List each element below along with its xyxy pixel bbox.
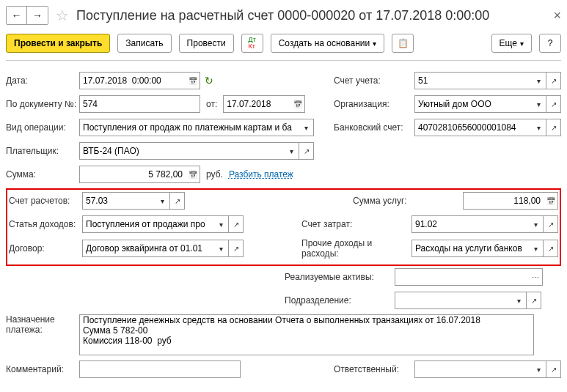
optype-label: Вид операции:	[6, 122, 79, 133]
other-open-icon[interactable]	[544, 240, 558, 257]
split-payment-link[interactable]: Разбить платеж	[229, 169, 293, 180]
dept-label: Подразделение:	[285, 295, 395, 306]
responsible-input[interactable]	[414, 360, 532, 378]
amount-calc-icon[interactable]	[186, 166, 200, 183]
payer-drop-icon[interactable]	[285, 142, 299, 160]
bankacc-input[interactable]	[414, 119, 532, 136]
responsible-drop-icon[interactable]	[532, 360, 546, 378]
back-button[interactable]: ←	[7, 7, 27, 24]
dtkt-icon: ДтКт	[249, 37, 256, 50]
incomeart-label: Статья доходов:	[9, 219, 82, 229]
refresh-icon[interactable]: ↻	[205, 75, 213, 86]
calcacct-open-icon[interactable]	[170, 192, 185, 210]
servamount-input[interactable]	[463, 192, 544, 210]
help-button[interactable]: ?	[539, 34, 561, 53]
incomeart-drop-icon[interactable]	[214, 215, 229, 233]
write-button[interactable]: Записать	[117, 34, 171, 53]
calcacct-input[interactable]	[82, 192, 156, 210]
docdate-input[interactable]	[223, 95, 290, 113]
purpose-input[interactable]	[79, 314, 534, 355]
contract-drop-icon[interactable]	[214, 240, 229, 257]
favorite-icon[interactable]: ☆	[56, 7, 69, 24]
account-drop-icon[interactable]	[532, 72, 546, 89]
org-open-icon[interactable]	[546, 95, 561, 113]
org-drop-icon[interactable]	[532, 95, 546, 113]
org-input[interactable]	[414, 95, 532, 113]
calcacct-label: Счет расчетов:	[9, 196, 82, 206]
optype-drop-icon[interactable]	[299, 119, 314, 136]
bankacc-open-icon[interactable]	[546, 119, 561, 136]
comment-label: Комментарий:	[6, 364, 79, 374]
docdate-calendar-icon[interactable]	[290, 95, 305, 113]
rub-label: руб.	[206, 169, 223, 180]
responsible-open-icon[interactable]	[546, 360, 561, 378]
incomeart-open-icon[interactable]	[229, 215, 244, 233]
assets-label: Реализуемые активы:	[285, 272, 395, 282]
org-label: Организация:	[334, 99, 414, 109]
amount-input[interactable]	[79, 166, 186, 183]
other-label: Прочие доходы и расходы:	[301, 238, 411, 259]
print-button[interactable]: 📋	[392, 34, 414, 53]
contract-label: Договор:	[9, 243, 82, 254]
costacct-open-icon[interactable]	[544, 215, 558, 233]
incomeart-input[interactable]	[82, 215, 214, 233]
contract-input[interactable]	[82, 240, 214, 257]
from-label: от:	[206, 99, 217, 109]
bankacc-drop-icon[interactable]	[532, 119, 546, 136]
docnum-input[interactable]	[79, 95, 200, 113]
account-label: Счет учета:	[334, 75, 414, 86]
account-open-icon[interactable]	[546, 72, 561, 89]
optype-input[interactable]	[79, 119, 299, 136]
costacct-label: Счет затрат:	[301, 219, 411, 229]
post-and-close-button[interactable]: Провести и закрыть	[6, 34, 110, 53]
responsible-label: Ответственный:	[334, 364, 414, 374]
dept-drop-icon[interactable]	[512, 292, 527, 309]
assets-input[interactable]	[395, 268, 528, 286]
other-input[interactable]	[411, 240, 529, 257]
payer-open-icon[interactable]	[299, 142, 314, 160]
costacct-input[interactable]	[411, 215, 529, 233]
contract-open-icon[interactable]	[229, 240, 244, 257]
assets-dots-icon[interactable]	[528, 268, 543, 286]
date-input[interactable]	[79, 72, 186, 89]
close-icon[interactable]: ×	[553, 8, 561, 23]
date-label: Дата:	[6, 75, 79, 86]
servamount-label: Сумма услуг:	[353, 196, 463, 206]
calcacct-drop-icon[interactable]	[156, 192, 170, 210]
amount-label: Сумма:	[6, 169, 79, 180]
other-drop-icon[interactable]	[529, 240, 544, 257]
account-input[interactable]	[414, 72, 532, 89]
dept-input[interactable]	[395, 292, 512, 309]
forward-button[interactable]: →	[27, 7, 48, 24]
bankacc-label: Банковский счет:	[334, 122, 414, 133]
window-title: Поступление на расчетный счет 0000-00002…	[76, 8, 489, 23]
dtkt-button[interactable]: ДтКт	[241, 34, 263, 53]
payer-input[interactable]	[79, 142, 285, 160]
servamount-calc-icon[interactable]	[544, 192, 558, 210]
costacct-drop-icon[interactable]	[529, 215, 544, 233]
docnum-label: По документу №:	[6, 99, 79, 109]
post-button[interactable]: Провести	[179, 34, 234, 53]
calendar-icon[interactable]	[186, 72, 200, 89]
payer-label: Плательщик:	[6, 146, 79, 156]
dept-open-icon[interactable]	[527, 292, 541, 309]
comment-input[interactable]	[79, 360, 241, 378]
purpose-label: Назначение платежа:	[6, 314, 79, 335]
more-button[interactable]: Еще▾	[491, 34, 532, 53]
create-based-button[interactable]: Создать на основании▾	[271, 34, 385, 53]
